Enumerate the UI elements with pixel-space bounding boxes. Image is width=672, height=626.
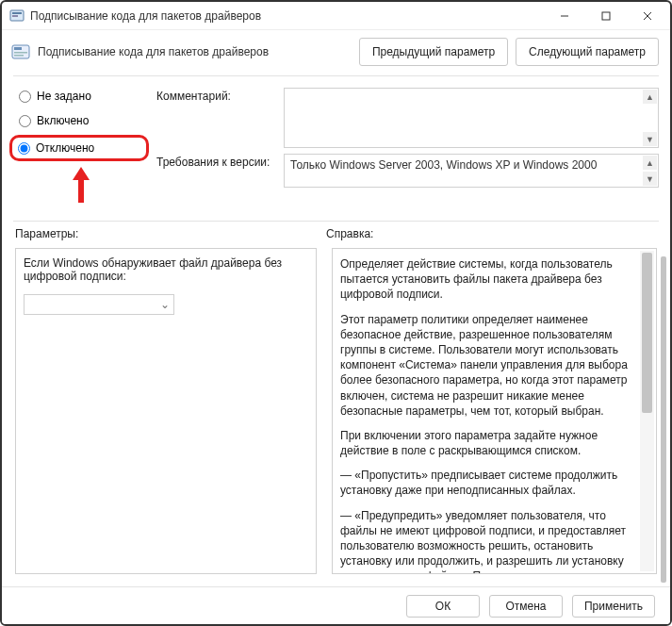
help-paragraph: Этот параметр политики определяет наимен… [340, 312, 635, 419]
cancel-button[interactable]: Отмена [489, 595, 563, 618]
radio-not-configured-label: Не задано [37, 90, 91, 103]
parameter-description: Если Windows обнаруживает файл драйвера … [24, 256, 308, 283]
svg-rect-2 [12, 15, 18, 17]
close-button[interactable] [627, 3, 668, 29]
help-panel: Определяет действие системы, когда польз… [332, 248, 657, 574]
radio-not-configured[interactable]: Не задано [15, 88, 147, 105]
help-scrollbar[interactable] [640, 251, 654, 571]
policy-icon [11, 42, 30, 61]
scroll-up-icon[interactable]: ▲ [643, 156, 657, 170]
state-radio-group: Не задано Включено Отключено [15, 88, 147, 207]
requirements-field: Только Windows Server 2003, Windows XP и… [284, 154, 659, 188]
highlight-box: Отключено [9, 135, 149, 161]
minimize-button[interactable] [544, 3, 585, 29]
radio-disabled-label: Отключено [36, 141, 94, 155]
divider [13, 221, 659, 222]
chevron-down-icon: ⌄ [160, 298, 170, 311]
radio-disabled[interactable]: Отключено [18, 141, 140, 155]
parameters-label: Параметры: [15, 227, 326, 240]
help-paragraph: При включении этого параметра задайте ну… [340, 428, 635, 458]
help-paragraph: Определяет действие системы, когда польз… [340, 256, 635, 303]
scroll-up-icon[interactable]: ▲ [643, 90, 657, 104]
previous-setting-button[interactable]: Предыдущий параметр [359, 38, 508, 66]
app-icon [9, 8, 25, 24]
radio-enabled-input[interactable] [19, 115, 31, 127]
svg-rect-4 [602, 12, 610, 20]
scrollbar-thumb[interactable] [642, 253, 652, 413]
apply-button[interactable]: Применить [572, 595, 655, 618]
svg-rect-8 [14, 47, 22, 50]
svg-rect-10 [14, 55, 24, 57]
svg-rect-1 [12, 12, 22, 14]
page-scrollbar[interactable] [661, 256, 666, 583]
annotation-arrow [15, 167, 147, 207]
requirements-value: Только Windows Server 2003, Windows XP и… [290, 158, 597, 172]
radio-disabled-input[interactable] [18, 142, 30, 155]
policy-name: Подписывание кода для пакетов драйверов [38, 45, 352, 58]
radio-not-configured-input[interactable] [19, 91, 31, 103]
maximize-button[interactable] [585, 3, 627, 29]
comment-textarea[interactable]: ▲ ▼ [284, 88, 659, 148]
scroll-down-icon[interactable]: ▼ [643, 172, 657, 186]
parameters-panel: Если Windows обнаруживает файл драйвера … [15, 248, 317, 574]
svg-marker-11 [73, 167, 90, 203]
scroll-down-icon[interactable]: ▼ [643, 132, 657, 146]
radio-enabled-label: Включено [37, 114, 89, 127]
comment-label: Комментарий: [156, 88, 284, 103]
svg-rect-9 [14, 52, 27, 54]
help-label: Справка: [326, 227, 657, 240]
help-paragraph: — «Пропустить» предписывает системе прод… [340, 468, 635, 498]
window-title: Подписывание кода для пакетов драйверов [30, 9, 544, 23]
header: Подписывание кода для пакетов драйверов … [2, 30, 670, 75]
help-paragraph: — «Предупредить» уведомляет пользователя… [340, 508, 635, 574]
titlebar: Подписывание кода для пакетов драйверов [2, 2, 670, 30]
footer: ОК Отмена Применить [2, 586, 670, 624]
next-setting-button[interactable]: Следующий параметр [516, 38, 659, 66]
ok-button[interactable]: ОК [406, 595, 480, 618]
requirements-label: Требования к версии: [156, 154, 284, 169]
parameter-dropdown[interactable]: ⌄ [24, 294, 174, 315]
radio-enabled[interactable]: Включено [15, 112, 147, 129]
